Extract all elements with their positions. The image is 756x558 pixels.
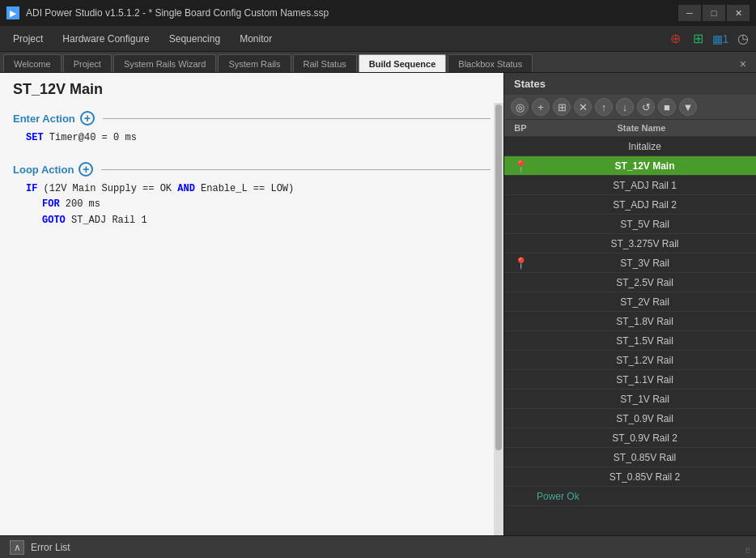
enter-action-section: Enter Action + SET Timer@40 = 0 ms xyxy=(0,106,503,151)
toolbar-icons: ⊕ ⊞ ▦1 ◷ xyxy=(665,29,753,49)
minimize-button[interactable]: ─ xyxy=(678,5,701,21)
state-name-cell: ST_0.9V Rail 2 xyxy=(537,432,756,444)
states-tool-down[interactable]: ↓ xyxy=(616,98,634,116)
state-row[interactable]: ST_1V Rail xyxy=(504,390,756,409)
state-row[interactable]: ST_0.9V Rail xyxy=(504,409,756,428)
error-toggle-button[interactable]: ∧ xyxy=(10,540,24,555)
state-name-cell: ST_0.85V Rail xyxy=(537,452,756,463)
editor-panel: ST_12V Main Enter Action + SET Timer@40 … xyxy=(0,73,503,535)
state-row[interactable]: ST_1.2V Rail xyxy=(504,351,756,370)
state-name-cell: ST_1.5V Rail xyxy=(537,335,756,347)
states-column-header: BP State Name xyxy=(504,120,756,137)
states-header: States xyxy=(504,73,756,95)
menu-monitor[interactable]: Monitor xyxy=(230,30,282,48)
menu-hardware-configure[interactable]: Hardware Configure xyxy=(53,30,159,48)
state-row[interactable]: ST_2.5V Rail xyxy=(504,273,756,292)
enter-action-code: SET Timer@40 = 0 ms xyxy=(13,130,491,146)
states-toolbar: ◎ + ⊞ ✕ ↑ ↓ ↺ ■ ▼ xyxy=(504,95,756,120)
loop-action-section: Loop Action + IF (12V Main Supply == OK … xyxy=(0,157,503,233)
state-row[interactable]: ST_ADJ Rail 1 xyxy=(504,176,756,195)
state-name-cell: ST_2.5V Rail xyxy=(537,277,756,288)
states-tool-search[interactable]: ◎ xyxy=(511,98,529,116)
col-header-name: State Name xyxy=(537,123,746,133)
state-row[interactable]: ST_1.8V Rail xyxy=(504,312,756,331)
state-row[interactable]: ST_0.85V Rail 2 xyxy=(504,467,756,487)
state-row[interactable]: ST_ADJ Rail 2 xyxy=(504,195,756,215)
state-row[interactable]: Initalize xyxy=(504,137,756,156)
state-row[interactable]: Power Ok xyxy=(504,487,756,506)
tab-close-button[interactable]: × xyxy=(733,56,753,72)
state-name-cell: ST_5V Rail xyxy=(537,219,756,230)
state-name-cell: ST_2V Rail xyxy=(537,296,756,308)
state-name-cell: ST_3.275V Rail xyxy=(537,238,756,249)
enter-action-divider xyxy=(103,118,491,119)
tab-blackbox-status[interactable]: Blackbox Status xyxy=(448,54,533,72)
states-tool-delete[interactable]: ✕ xyxy=(574,98,592,116)
states-tool-copy[interactable]: ⊞ xyxy=(553,98,571,116)
code-line-goto[interactable]: GOTO ST_ADJ Rail 1 xyxy=(26,213,478,228)
state-row[interactable]: ST_5V Rail xyxy=(504,215,756,234)
state-row[interactable]: ST_3.275V Rail xyxy=(504,234,756,253)
tab-project[interactable]: Project xyxy=(63,54,112,72)
window-controls[interactable]: ─ □ ✕ xyxy=(678,5,750,21)
error-bar: ∧ Error List ⠿ xyxy=(0,535,756,558)
state-name-cell: ST_ADJ Rail 1 xyxy=(537,180,756,191)
enter-action-add-button[interactable]: + xyxy=(80,111,95,126)
states-tool-dropdown[interactable]: ▼ xyxy=(679,98,697,116)
app-icon: ▶ xyxy=(6,6,19,19)
state-name-cell: Power Ok xyxy=(537,491,580,502)
enter-action-label: Enter Action xyxy=(13,113,75,125)
code-line-for[interactable]: FOR 200 ms xyxy=(26,197,478,212)
state-row[interactable]: ST_1.5V Rail xyxy=(504,331,756,351)
loop-action-label: Loop Action xyxy=(13,164,74,176)
state-name-cell: ST_3V Rail xyxy=(537,258,756,269)
chip-icon[interactable]: ⊞ xyxy=(688,29,707,49)
states-tool-up[interactable]: ↑ xyxy=(595,98,613,116)
tab-welcome[interactable]: Welcome xyxy=(3,54,62,72)
maximize-button[interactable]: □ xyxy=(703,5,725,21)
loop-action-add-button[interactable]: + xyxy=(79,162,93,177)
state-row[interactable]: 📍ST_3V Rail xyxy=(504,253,756,273)
state-row[interactable]: ST_1.1V Rail xyxy=(504,370,756,390)
breakpoint-icon: 📍 xyxy=(514,160,528,173)
enter-action-header: Enter Action + xyxy=(13,111,491,126)
tab-rail-status[interactable]: Rail Status xyxy=(293,54,357,72)
tab-system-rails[interactable]: System Rails xyxy=(218,54,291,72)
state-row[interactable]: ST_0.85V Rail xyxy=(504,448,756,467)
resize-corner[interactable]: ⠿ xyxy=(745,547,754,556)
states-panel: States ◎ + ⊞ ✕ ↑ ↓ ↺ ■ ▼ BP State Name I… xyxy=(503,73,756,535)
editor-scrollbar-thumb[interactable] xyxy=(495,104,502,450)
state-name-cell: Initalize xyxy=(537,141,756,152)
states-tool-rotate[interactable]: ↺ xyxy=(637,98,655,116)
state-name-cell: ST_0.85V Rail 2 xyxy=(537,471,756,483)
state-row[interactable]: ST_0.9V Rail 2 xyxy=(504,428,756,448)
editor-body: Enter Action + SET Timer@40 = 0 ms Loop … xyxy=(0,103,503,535)
state-row[interactable]: 📍ST_12V Main xyxy=(504,156,756,176)
main-content: ST_12V Main Enter Action + SET Timer@40 … xyxy=(0,73,756,535)
menu-project[interactable]: Project xyxy=(3,30,53,48)
state-name-cell: ST_1V Rail xyxy=(537,394,756,405)
tab-system-rails-wizard[interactable]: System Rails Wizard xyxy=(113,54,216,72)
states-list[interactable]: Initalize📍ST_12V MainST_ADJ Rail 1ST_ADJ… xyxy=(504,137,756,535)
menubar: Project Hardware Configure Sequencing Mo… xyxy=(0,26,756,52)
tab-build-sequence[interactable]: Build Sequence xyxy=(359,54,447,72)
col-header-bp: BP xyxy=(504,123,537,133)
state-bp-cell: 📍 xyxy=(504,257,537,270)
editor-scrollbar[interactable] xyxy=(494,103,503,535)
states-tool-add[interactable]: + xyxy=(532,98,550,116)
code-line-set[interactable]: SET Timer@40 = 0 ms xyxy=(26,130,478,146)
close-button[interactable]: ✕ xyxy=(727,5,750,21)
state-row[interactable]: ST_2V Rail xyxy=(504,292,756,312)
states-tool-stop[interactable]: ■ xyxy=(658,98,676,116)
tabbar: Welcome Project System Rails Wizard Syst… xyxy=(0,52,756,73)
menu-sequencing[interactable]: Sequencing xyxy=(159,30,230,48)
cpu-icon[interactable]: ⊕ xyxy=(665,29,685,49)
counter-icon[interactable]: ▦1 xyxy=(711,29,730,49)
code-line-if[interactable]: IF (12V Main Supply == OK AND Enable_L =… xyxy=(26,181,478,197)
title-text: ADI Power Studio v1.5.1.2 - * Single Boa… xyxy=(26,7,678,19)
col-scroll-spacer xyxy=(746,123,756,133)
editor-title: ST_12V Main xyxy=(0,73,503,103)
clock-icon[interactable]: ◷ xyxy=(733,29,753,49)
error-label: Error List xyxy=(31,542,70,553)
state-name-cell: ST_1.2V Rail xyxy=(537,355,756,366)
